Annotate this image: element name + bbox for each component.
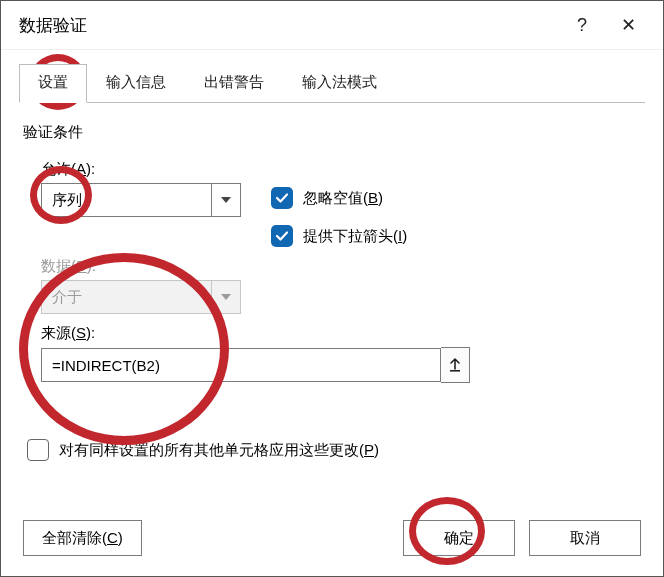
button-label: 全部清除(C) — [42, 529, 123, 548]
clear-all-button[interactable]: 全部清除(C) — [23, 520, 142, 556]
checkbox-checked-icon — [271, 225, 293, 247]
tab-error-alert[interactable]: 出错警告 — [185, 64, 283, 103]
dropdown-label: 提供下拉箭头(I) — [303, 227, 407, 246]
allow-label: 允许(A): — [41, 160, 641, 179]
allow-value: 序列 — [42, 184, 211, 216]
range-select-button[interactable] — [441, 347, 470, 383]
data-dropdown-button — [211, 281, 240, 313]
tab-label: 输入信息 — [106, 73, 166, 90]
criteria-group-label: 验证条件 — [23, 123, 641, 142]
collapse-dialog-icon — [448, 357, 462, 373]
allow-dropdown-button[interactable] — [211, 184, 240, 216]
cancel-button[interactable]: 取消 — [529, 520, 641, 556]
tab-input-message[interactable]: 输入信息 — [87, 64, 185, 103]
close-button[interactable]: ✕ — [605, 14, 651, 36]
source-value: =INDIRECT(B2) — [52, 357, 160, 374]
titlebar: 数据验证 ? ✕ — [1, 1, 663, 50]
dialog-title: 数据验证 — [19, 14, 559, 37]
checkbox-checked-icon — [271, 187, 293, 209]
apply-all-checkbox[interactable]: 对有同样设置的所有其他单元格应用这些更改(P) — [27, 439, 379, 461]
checkbox-unchecked-icon — [27, 439, 49, 461]
ok-button[interactable]: 确定 — [403, 520, 515, 556]
data-combobox: 介于 — [41, 280, 241, 314]
tab-settings[interactable]: 设置 — [19, 64, 87, 103]
apply-all-label: 对有同样设置的所有其他单元格应用这些更改(P) — [59, 441, 379, 460]
help-button[interactable]: ? — [559, 15, 605, 36]
source-input[interactable]: =INDIRECT(B2) — [41, 348, 441, 382]
tab-strip: 设置 输入信息 出错警告 输入法模式 — [1, 50, 663, 103]
svg-rect-0 — [450, 370, 460, 372]
chevron-down-icon — [221, 294, 231, 300]
chevron-down-icon — [221, 197, 231, 203]
data-validation-dialog: 数据验证 ? ✕ 设置 输入信息 出错警告 输入法模式 验证条件 允许(A): … — [0, 0, 664, 577]
button-bar: 全部清除(C) 确定 取消 — [1, 506, 663, 576]
tab-label: 输入法模式 — [302, 73, 377, 90]
dialog-body: 验证条件 允许(A): 序列 忽略空值(B) — [1, 103, 663, 506]
tab-label: 设置 — [38, 73, 68, 90]
ignore-blank-label: 忽略空值(B) — [303, 189, 383, 208]
button-label: 确定 — [444, 529, 474, 548]
button-label: 取消 — [570, 529, 600, 548]
allow-combobox[interactable]: 序列 — [41, 183, 241, 217]
dropdown-checkbox[interactable]: 提供下拉箭头(I) — [271, 225, 407, 247]
tab-label: 出错警告 — [204, 73, 264, 90]
source-label: 来源(S): — [41, 324, 641, 343]
ignore-blank-checkbox[interactable]: 忽略空值(B) — [271, 187, 407, 209]
data-value: 介于 — [42, 281, 211, 313]
data-label: 数据(D): — [41, 257, 641, 276]
tab-ime-mode[interactable]: 输入法模式 — [283, 64, 396, 103]
